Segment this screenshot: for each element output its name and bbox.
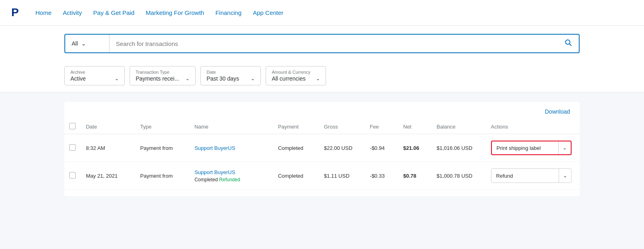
row2-refunded-badge: Refunded	[219, 177, 240, 183]
col-header-net: Net	[398, 120, 432, 134]
svg-text:P: P	[11, 6, 19, 19]
row1-fee: -$0.94	[365, 134, 398, 162]
search-area: All ⌄	[0, 26, 644, 61]
search-type-value: All	[72, 40, 78, 47]
table-row: 8:32 AM Payment from Support BuyerUS Com…	[64, 134, 580, 162]
row1-name: Support BuyerUS	[190, 134, 273, 162]
filter-type-value: Payments recei...	[136, 75, 179, 82]
row2-payment: Completed	[273, 162, 319, 190]
nav-activity[interactable]: Activity	[63, 9, 82, 16]
row2-completed-label: Completed	[194, 177, 219, 183]
search-type-chevron: ⌄	[81, 40, 86, 47]
row2-checkbox[interactable]	[69, 172, 76, 178]
col-header-gross: Gross	[319, 120, 365, 134]
col-header-type: Type	[135, 120, 190, 134]
filter-amount-currency[interactable]: Amount & Currency All currencies ⌄	[266, 66, 326, 85]
svg-line-2	[570, 44, 572, 46]
filter-date[interactable]: Date Past 30 days ⌄	[200, 66, 261, 85]
row2-balance: $1,000.78 USD	[432, 162, 486, 190]
download-row: Download	[64, 108, 580, 120]
filter-type-label: Transaction Type	[136, 70, 190, 75]
row1-checkbox-cell	[64, 134, 81, 162]
row1-action-chevron[interactable]: ⌄	[558, 141, 571, 154]
filter-archive-value: Active	[70, 75, 86, 82]
nav-links: Home Activity Pay & Get Paid Marketing F…	[35, 9, 283, 16]
content-area: Download Date Type Name Payment Gross Fe…	[0, 92, 644, 206]
row1-name-link[interactable]: Support BuyerUS	[194, 145, 235, 151]
col-header-checkbox	[64, 120, 81, 134]
row2-fee: -$0.33	[365, 162, 398, 190]
row2-action-chevron[interactable]: ⌄	[559, 169, 571, 183]
filter-amount-value: All currencies	[272, 75, 305, 82]
row1-net: $21.06	[398, 134, 432, 162]
row1-net-value: $21.06	[403, 145, 419, 151]
row2-name-link[interactable]: Support BuyerUS	[194, 169, 235, 175]
row1-date: 8:32 AM	[81, 134, 135, 162]
table-header-row: Date Type Name Payment Gross Fee Net Bal…	[64, 120, 580, 134]
col-header-date: Date	[81, 120, 135, 134]
transaction-table: Date Type Name Payment Gross Fee Net Bal…	[64, 120, 580, 190]
search-button[interactable]	[558, 39, 579, 49]
col-header-fee: Fee	[365, 120, 398, 134]
col-header-name: Name	[190, 120, 273, 134]
row1-actions: Print shipping label ⌄	[486, 134, 580, 162]
filter-date-chevron: ⌄	[251, 76, 255, 81]
filter-archive[interactable]: Archive Active ⌄	[64, 66, 125, 85]
table-row: May 21, 2021 Payment from Support BuyerU…	[64, 162, 580, 190]
nav-pay-get-paid[interactable]: Pay & Get Paid	[93, 9, 135, 16]
search-type-dropdown[interactable]: All ⌄	[65, 35, 109, 52]
row2-actions: Refund ⌄	[486, 162, 580, 190]
filter-type-chevron: ⌄	[186, 76, 190, 81]
row2-checkbox-cell	[64, 162, 81, 190]
search-input[interactable]	[109, 35, 558, 52]
row2-net: $0.78	[398, 162, 432, 190]
filter-amount-label: Amount & Currency	[272, 70, 320, 75]
row1-action-button[interactable]: Print shipping label ⌄	[491, 141, 572, 155]
row2-name-cell: Support BuyerUS Completed Refunded	[190, 162, 273, 190]
row1-gross: $22.00 USD	[319, 134, 365, 162]
row2-gross: $1.11 USD	[319, 162, 365, 190]
filter-archive-label: Archive	[70, 70, 119, 75]
navbar: P Home Activity Pay & Get Paid Marketing…	[0, 0, 644, 26]
row2-action-button[interactable]: Refund ⌄	[491, 168, 572, 183]
download-link[interactable]: Download	[545, 108, 570, 115]
row2-date: May 21, 2021	[81, 162, 135, 190]
row1-type: Payment from	[135, 134, 190, 162]
row1-checkbox[interactable]	[69, 144, 76, 151]
transaction-panel: Download Date Type Name Payment Gross Fe…	[64, 102, 580, 196]
col-header-actions: Actions	[486, 120, 580, 134]
filter-amount-chevron: ⌄	[316, 76, 320, 81]
filter-date-label: Date	[206, 70, 255, 75]
nav-app-center[interactable]: App Center	[253, 9, 283, 16]
col-header-payment: Payment	[273, 120, 319, 134]
header-checkbox[interactable]	[69, 123, 76, 129]
search-bar: All ⌄	[64, 34, 580, 53]
row1-balance: $1,016.06 USD	[432, 134, 486, 162]
row1-payment: Completed	[273, 134, 319, 162]
nav-financing[interactable]: Financing	[215, 9, 242, 16]
row2-action-label: Refund	[491, 173, 559, 179]
filter-transaction-type[interactable]: Transaction Type Payments recei... ⌄	[130, 66, 196, 85]
filter-archive-chevron: ⌄	[115, 76, 119, 81]
col-header-balance: Balance	[432, 120, 486, 134]
filter-date-value: Past 30 days	[206, 75, 239, 82]
row2-net-value: $0.78	[403, 173, 417, 179]
nav-marketing[interactable]: Marketing For Growth	[146, 9, 204, 16]
row1-action-label: Print shipping label	[492, 145, 558, 151]
filters-area: Archive Active ⌄ Transaction Type Paymen…	[0, 61, 644, 92]
paypal-logo: P	[10, 6, 23, 20]
row2-type: Payment from	[135, 162, 190, 190]
nav-home[interactable]: Home	[35, 9, 52, 16]
